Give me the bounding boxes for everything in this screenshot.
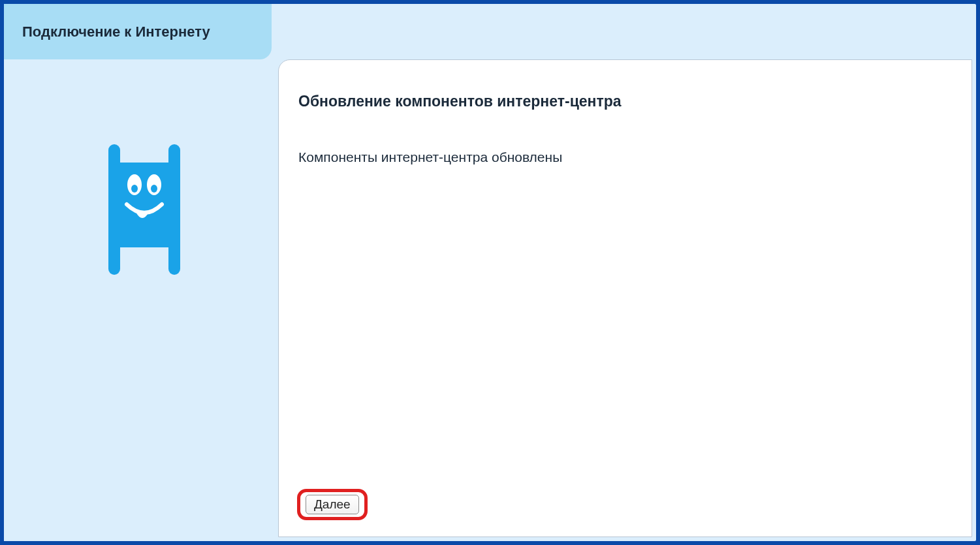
page-heading: Обновление компонентов интернет-центра [298, 93, 952, 110]
svg-point-5 [131, 185, 138, 193]
highlight-ring: Далее [297, 489, 368, 520]
sidebar [4, 59, 278, 541]
status-text: Компоненты интернет-центра обновлены [298, 149, 952, 165]
main-panel: Обновление компонентов интернет-центра К… [278, 59, 972, 537]
window-body: Подключение к Интернету [4, 4, 976, 541]
tab-internet-connection[interactable]: Подключение к Интернету [4, 4, 272, 59]
tab-label: Подключение к Интернету [22, 23, 210, 40]
window-frame: Подключение к Интернету [0, 0, 980, 545]
svg-point-6 [151, 185, 157, 193]
next-button[interactable]: Далее [306, 495, 359, 514]
mascot-icon [102, 144, 187, 275]
svg-rect-2 [108, 163, 180, 247]
button-area: Далее [297, 489, 368, 520]
